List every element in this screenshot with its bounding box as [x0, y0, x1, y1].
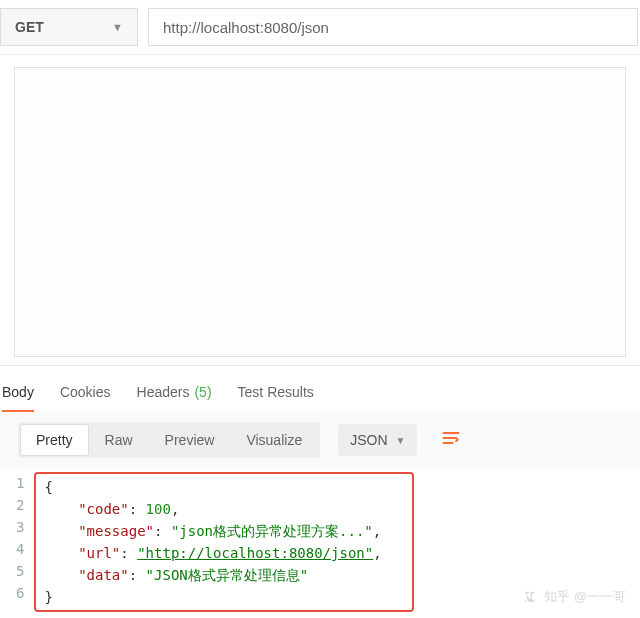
http-method-select[interactable]: GET ▼ — [0, 8, 138, 46]
json-key: "url" — [78, 545, 120, 561]
json-string: "json格式的异常处理方案..." — [171, 523, 373, 539]
url-value: http://localhost:8080/json — [163, 19, 329, 36]
colon: : — [129, 501, 146, 517]
code-line: "data": "JSON格式异常处理信息" — [44, 564, 404, 586]
tab-headers-label: Headers — [137, 384, 190, 402]
line-number: 2 — [16, 494, 24, 516]
request-body-editor[interactable] — [14, 67, 626, 357]
line-number: 5 — [16, 560, 24, 582]
line-number: 3 — [16, 516, 24, 538]
caret-down-icon: ▼ — [396, 435, 406, 446]
view-pretty[interactable]: Pretty — [20, 424, 89, 456]
comma: , — [373, 545, 381, 561]
colon: : — [154, 523, 171, 539]
brace-close: } — [44, 589, 52, 605]
response-tabs: Body Cookies Headers (5) Test Results — [0, 365, 640, 412]
code-line: { — [44, 476, 404, 498]
json-key: "code" — [78, 501, 129, 517]
view-preview[interactable]: Preview — [149, 424, 231, 456]
headers-count: (5) — [194, 384, 211, 402]
comma: , — [171, 501, 179, 517]
line-number: 4 — [16, 538, 24, 560]
json-url-value[interactable]: "http://localhost:8080/json" — [137, 545, 373, 561]
line-number: 1 — [16, 472, 24, 494]
tab-cookies[interactable]: Cookies — [60, 380, 111, 412]
wrap-icon — [441, 428, 461, 448]
json-string: "JSON格式异常处理信息" — [146, 567, 309, 583]
url-input[interactable]: http://localhost:8080/json — [148, 8, 638, 46]
code-line: "message": "json格式的异常处理方案...", — [44, 520, 404, 542]
json-number: 100 — [146, 501, 171, 517]
response-body: 1 2 3 4 5 6 { "code": 100, "message": "j… — [0, 468, 640, 618]
request-bar: GET ▼ http://localhost:8080/json — [0, 0, 640, 55]
highlight-box: { "code": 100, "message": "json格式的异常处理方案… — [34, 472, 414, 612]
code-line: "code": 100, — [44, 498, 404, 520]
view-visualize[interactable]: Visualize — [230, 424, 318, 456]
json-key: "data" — [78, 567, 129, 583]
format-select[interactable]: JSON ▼ — [338, 424, 417, 456]
code-line: } — [44, 586, 404, 608]
line-number: 6 — [16, 582, 24, 604]
caret-down-icon: ▼ — [112, 21, 123, 33]
tab-body[interactable]: Body — [2, 380, 34, 412]
tab-test-results[interactable]: Test Results — [238, 380, 314, 412]
code-line: "url": "http://localhost:8080/json", — [44, 542, 404, 564]
view-toolbar: Pretty Raw Preview Visualize JSON ▼ — [0, 412, 640, 468]
json-key: "message" — [78, 523, 154, 539]
wrap-lines-button[interactable] — [433, 424, 469, 457]
http-method-value: GET — [15, 19, 44, 35]
view-raw[interactable]: Raw — [89, 424, 149, 456]
comma: , — [373, 523, 381, 539]
brace-open: { — [44, 479, 52, 495]
line-gutter: 1 2 3 4 5 6 — [16, 472, 34, 612]
colon: : — [120, 545, 137, 561]
tab-headers[interactable]: Headers (5) — [137, 380, 212, 412]
view-mode-group: Pretty Raw Preview Visualize — [18, 422, 320, 458]
format-value: JSON — [350, 432, 387, 448]
colon: : — [129, 567, 146, 583]
